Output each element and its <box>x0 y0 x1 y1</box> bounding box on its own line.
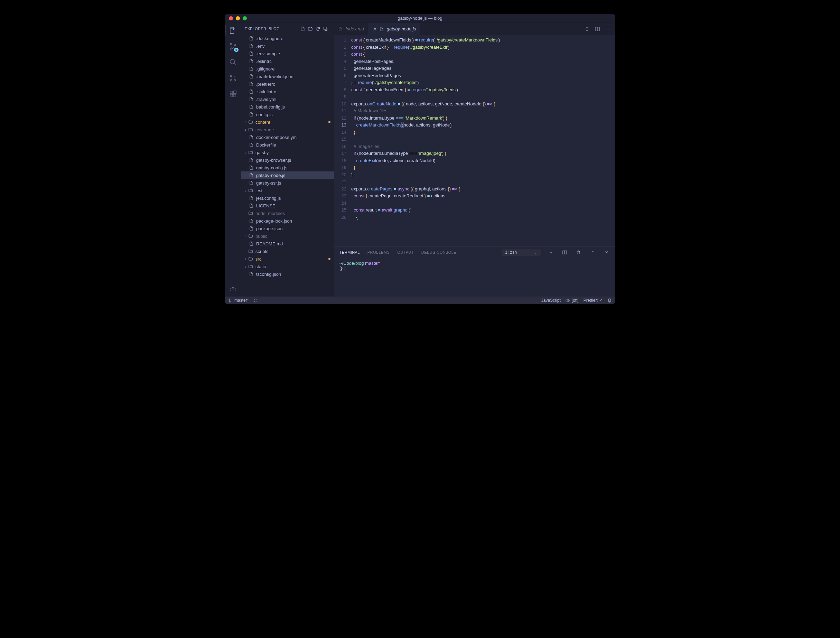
status-branch[interactable]: master* <box>228 298 248 303</box>
tree-item[interactable]: gatsby-ssr.js <box>241 179 334 186</box>
more-icon[interactable]: ⋯ <box>605 25 611 32</box>
activity-bar: 5 <box>225 23 241 297</box>
file-tree[interactable]: .dockerignore.env.env.sample.eslintrc.gi… <box>241 35 334 297</box>
window-title: gatsby-node.js — blog <box>225 16 615 21</box>
scm-icon[interactable]: 5 <box>229 42 237 51</box>
tree-item[interactable]: ›gatsby <box>241 148 334 156</box>
search-icon[interactable] <box>229 58 237 66</box>
window: gatsby-node.js — blog 5 EXPLORER: BLOG .… <box>225 14 615 304</box>
tree-item[interactable]: ›scripts <box>241 248 334 255</box>
svg-rect-7 <box>230 91 233 94</box>
tree-item[interactable]: package-lock.json <box>241 217 334 225</box>
tree-item[interactable]: gatsby-browser.js <box>241 156 334 164</box>
svg-point-14 <box>587 30 589 31</box>
tree-item[interactable]: .travis.yml <box>241 95 334 103</box>
tree-item[interactable]: ›coverage <box>241 126 334 133</box>
tree-item[interactable]: package.json <box>241 225 334 232</box>
explorer-icon[interactable] <box>229 26 237 35</box>
svg-rect-9 <box>233 94 236 97</box>
tree-item[interactable]: ›static <box>241 263 334 270</box>
tree-item[interactable]: tsconfig.json <box>241 270 334 278</box>
svg-point-3 <box>230 60 235 64</box>
tree-item[interactable]: .markdownlint.json <box>241 73 334 80</box>
tree-item[interactable]: docker-compose.yml <box>241 133 334 141</box>
tree-item[interactable]: README.md <box>241 240 334 248</box>
editor-tab[interactable]: index.md <box>334 23 368 35</box>
tree-item[interactable]: ›jest <box>241 186 334 194</box>
sidebar-header: EXPLORER: BLOG <box>241 23 334 35</box>
tree-item[interactable]: gatsby-config.js <box>241 164 334 171</box>
panel-tab[interactable]: OUTPUT <box>397 250 414 254</box>
editor-tab[interactable]: ✕ gatsby-node.js <box>368 23 420 35</box>
svg-point-13 <box>585 27 586 28</box>
panel-maximize-icon[interactable]: ⌃ <box>590 250 596 255</box>
panel-tab[interactable]: DEBUG CONSOLE <box>422 250 456 254</box>
editor-area: index.md✕ gatsby-node.js ⋯ 1234567891011… <box>334 23 615 297</box>
svg-point-19 <box>231 299 232 300</box>
status-sync[interactable] <box>253 298 258 303</box>
collapse-icon[interactable] <box>323 26 330 32</box>
panel-tab[interactable]: TERMINAL <box>339 250 360 254</box>
tree-item[interactable]: .gitignore <box>241 65 334 73</box>
tab-actions: ⋯ <box>584 23 615 35</box>
status-bell[interactable] <box>607 298 612 303</box>
editor-tabs: index.md✕ gatsby-node.js ⋯ <box>334 23 615 35</box>
tree-item[interactable]: LICENSE <box>241 202 334 210</box>
svg-point-17 <box>229 298 230 300</box>
tree-item[interactable]: ›content <box>241 118 334 126</box>
new-terminal-icon[interactable]: ＋ <box>548 250 554 255</box>
code-content[interactable]: const { createMarkdownFields } = require… <box>351 35 615 246</box>
line-gutter: 1234567891011121314151617181920212223242… <box>334 35 351 246</box>
svg-point-11 <box>232 287 234 289</box>
extensions-icon[interactable] <box>229 90 237 98</box>
status-bar: master* JavaScript [off] Prettier: ✓ <box>225 297 615 304</box>
panel-tabs: TERMINALPROBLEMSOUTPUTDEBUG CONSOLE 1: z… <box>334 247 615 258</box>
tree-item[interactable]: Dockerfile <box>241 141 334 148</box>
svg-point-20 <box>567 300 568 301</box>
svg-point-18 <box>229 301 230 302</box>
tree-item[interactable]: .dockerignore <box>241 35 334 42</box>
split-terminal-icon[interactable] <box>562 250 568 255</box>
sidebar-title: EXPLORER: BLOG <box>245 27 300 31</box>
code-editor[interactable]: 1234567891011121314151617181920212223242… <box>334 35 615 246</box>
tree-item[interactable]: ›node_modules <box>241 210 334 217</box>
terminal[interactable]: ~/Code/blog master* ❯ <box>334 258 615 297</box>
new-file-icon[interactable] <box>300 26 308 32</box>
refresh-icon[interactable] <box>315 26 323 32</box>
new-folder-icon[interactable] <box>308 26 315 32</box>
svg-point-2 <box>234 44 236 46</box>
terminal-selector[interactable]: 1: zsh⌄ <box>502 249 541 256</box>
sidebar: EXPLORER: BLOG .dockerignore.env.env.sam… <box>241 23 334 297</box>
status-language[interactable]: JavaScript <box>542 298 561 303</box>
tree-item[interactable]: .eslintrc <box>241 57 334 65</box>
tree-item[interactable]: gatsby-node.js <box>241 171 334 179</box>
settings-icon[interactable] <box>229 284 237 292</box>
tree-item[interactable]: ›src <box>241 255 334 263</box>
tree-item[interactable]: .env <box>241 42 334 50</box>
svg-rect-10 <box>234 91 236 93</box>
close-tab-icon[interactable]: ✕ <box>372 26 376 32</box>
svg-point-6 <box>234 79 236 81</box>
panel-close-icon[interactable]: ✕ <box>603 250 610 255</box>
svg-rect-12 <box>324 27 327 30</box>
tree-item[interactable]: .stylelintrc <box>241 88 334 95</box>
panel-tab[interactable]: PROBLEMS <box>368 250 390 254</box>
split-editor-icon[interactable] <box>595 26 600 32</box>
svg-rect-8 <box>230 94 233 97</box>
tree-item[interactable]: config.js <box>241 111 334 118</box>
kill-terminal-icon[interactable] <box>576 250 582 255</box>
status-off[interactable]: [off] <box>565 298 579 303</box>
tree-item[interactable]: ›public <box>241 232 334 240</box>
pull-request-icon[interactable] <box>229 74 237 82</box>
status-prettier[interactable]: Prettier: ✓ <box>584 298 603 303</box>
tree-item[interactable]: jest.config.js <box>241 194 334 202</box>
tree-item[interactable]: .env.sample <box>241 50 334 57</box>
bottom-panel: TERMINALPROBLEMSOUTPUTDEBUG CONSOLE 1: z… <box>334 246 615 297</box>
svg-point-1 <box>230 48 232 49</box>
svg-point-0 <box>230 43 232 45</box>
tree-item[interactable]: babel.config.js <box>241 103 334 111</box>
body: 5 EXPLORER: BLOG .dockerignore.env.env.s… <box>225 23 615 297</box>
tree-item[interactable]: .prettierrc <box>241 80 334 88</box>
svg-point-5 <box>230 79 232 81</box>
compare-changes-icon[interactable] <box>584 26 590 32</box>
